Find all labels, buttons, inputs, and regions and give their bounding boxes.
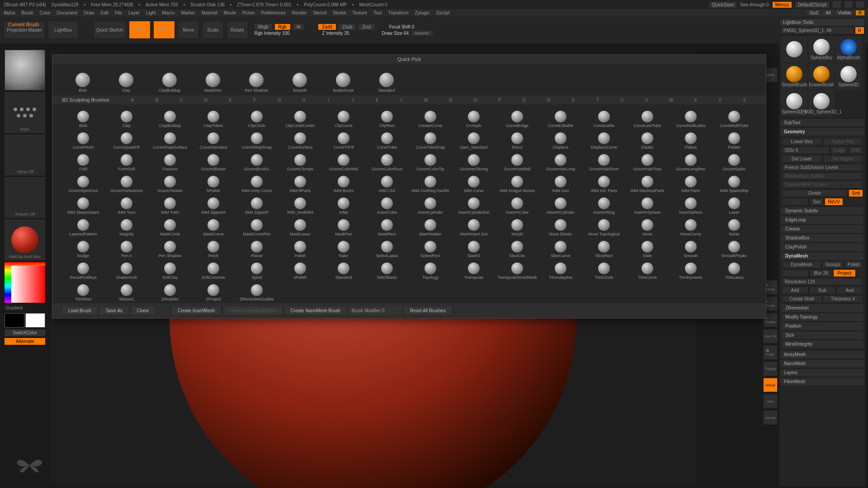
brush-cell[interactable]: IMM Train xyxy=(148,193,192,215)
rgb-button[interactable]: Rgb xyxy=(275,24,290,30)
brush-cell[interactable]: SliceCurve xyxy=(539,236,582,258)
size-accordion[interactable]: Size xyxy=(782,331,863,339)
close-icon[interactable] xyxy=(856,1,864,8)
brush-cell[interactable]: GroomClumps xyxy=(278,150,322,171)
brush-cell[interactable]: Nudge xyxy=(61,236,105,258)
brush-cell[interactable]: Layer xyxy=(712,193,756,215)
lower-res-button[interactable]: Lower Res xyxy=(782,138,822,145)
claypolish-accordion[interactable]: ClayPolish xyxy=(782,243,863,251)
brush-cell[interactable]: InsertCylinder xyxy=(409,193,452,215)
saveas-button[interactable]: Save As xyxy=(99,306,129,315)
brush-cell[interactable]: InsertSphere xyxy=(669,193,712,215)
brush-cell[interactable]: GroomBlower xyxy=(192,150,235,171)
menu-item[interactable]: Preferences xyxy=(261,10,286,15)
alpha-filter[interactable]: G xyxy=(269,98,289,103)
brush-cell[interactable]: MeshInsert Dot xyxy=(452,215,495,236)
move-button[interactable]: Move xyxy=(178,21,199,39)
defaultscript-button[interactable]: DefaultZScript xyxy=(795,2,829,8)
z-intensity-slider[interactable]: Z Intensity 25 xyxy=(322,31,349,36)
brush-cell[interactable]: MaskCurve xyxy=(192,215,235,236)
sdiv-slider[interactable]: SDiv 5 xyxy=(782,146,830,154)
tool-name-field[interactable]: PM3D_Sphere3D_1. 49 xyxy=(780,27,854,34)
alpha-filter[interactable]: J xyxy=(343,98,363,103)
brush-cell[interactable]: CurvePinch xyxy=(61,128,105,150)
menu-item[interactable]: Document xyxy=(57,10,78,15)
brush-cell[interactable]: GroomTurbulence xyxy=(105,171,148,193)
tool-item[interactable]: SimpleBrush xyxy=(781,63,807,89)
brush-cell[interactable]: IMM Ind. Parts xyxy=(582,171,626,193)
draw-size-slider[interactable]: Draw Size 64 xyxy=(382,31,409,36)
brush-cell[interactable]: Smooth xyxy=(669,236,712,258)
brush-cell[interactable]: TrimCircle xyxy=(582,258,626,280)
lightbox-button[interactable]: LightBox xyxy=(48,21,79,39)
alpha-filter[interactable]: B xyxy=(147,98,167,103)
meshintegrity-accordion[interactable]: MeshIntegrity xyxy=(782,340,863,348)
brush-cell[interactable]: Noise xyxy=(712,215,756,236)
add-button[interactable]: Add xyxy=(782,286,808,294)
brush-cell[interactable]: ClipCurve xyxy=(322,106,365,128)
brush-cell[interactable]: Standard xyxy=(322,258,365,280)
brush-cell[interactable]: CreaseCurve xyxy=(409,106,452,128)
brush-cell[interactable]: LayeredPattern xyxy=(61,215,105,236)
brush-cell[interactable]: hPolish xyxy=(192,171,235,193)
brush-slot[interactable]: Brush xyxy=(5,50,45,90)
menu-item[interactable]: Light xyxy=(146,10,156,15)
tool-item[interactable]: Sphere3D xyxy=(835,63,862,89)
project-toggle[interactable]: Project xyxy=(833,269,856,277)
menu-item[interactable]: Alpha xyxy=(4,10,15,15)
brush-cell[interactable]: CurveMultiTube xyxy=(712,106,756,128)
menu-item[interactable]: Brush xyxy=(22,10,33,15)
switchcolor-button[interactable]: SwitchColor xyxy=(5,329,45,336)
brush-cell[interactable]: Weave1 xyxy=(105,280,148,301)
menu-item[interactable]: Material xyxy=(202,10,218,15)
alpha-filter[interactable]: E xyxy=(220,98,240,103)
brush-cell[interactable]: IMM_ModelKit xyxy=(278,193,322,215)
brush-cell[interactable]: Transpose xyxy=(452,258,495,280)
alpha-filter[interactable]: N xyxy=(441,98,461,103)
brush-cell[interactable]: GroomLengthen xyxy=(669,150,712,171)
brush-cell[interactable]: Fracture xyxy=(148,150,192,171)
brush-cell[interactable]: IMM Bricks xyxy=(322,171,365,193)
zadd-button[interactable]: Zadd xyxy=(318,24,336,30)
swatch-black[interactable] xyxy=(5,313,24,328)
brush-cell[interactable]: SmoothPeaks xyxy=(712,236,756,258)
r-button[interactable]: R xyxy=(856,10,864,15)
zremesher-accordion[interactable]: ZRemesher xyxy=(782,304,863,312)
dynamesh-button[interactable]: DynaMesh xyxy=(782,261,821,268)
brush-cell[interactable]: MaskRect xyxy=(365,215,409,236)
brush-cell[interactable]: IMM BParts xyxy=(278,171,322,193)
brush-cell[interactable]: InsertCube xyxy=(365,193,409,215)
brush-cell[interactable]: CurveStrapSnap xyxy=(235,128,278,150)
edgeloop-accordion[interactable]: EdgeLoop xyxy=(782,216,863,224)
brush-cell[interactable]: IMM Toon xyxy=(105,193,148,215)
brush-cell[interactable]: GroomerStrong xyxy=(452,150,495,171)
brush-cell[interactable]: IMM ZipperM xyxy=(192,193,235,215)
dynamic-subdiv-accordion[interactable]: Dynamic Subdiv xyxy=(782,206,863,215)
brush-cell[interactable]: ClayTubes xyxy=(192,106,235,128)
create-shell-button[interactable]: Create Shell xyxy=(782,295,822,303)
menu-item[interactable]: Edit xyxy=(101,10,108,15)
brush-cell[interactable]: Inflat xyxy=(322,193,365,215)
brush-cell[interactable]: SmoothValleys xyxy=(61,258,105,280)
brush-cell[interactable]: MaskCurvePen xyxy=(235,215,278,236)
focal-shift-slider[interactable]: Focal Shift 0 xyxy=(389,24,415,29)
brush-cell[interactable]: SnakeHook xyxy=(105,258,148,280)
zsub-button[interactable]: Zsub xyxy=(339,24,356,30)
brush-cell[interactable]: Move Elastic xyxy=(539,215,582,236)
tool-item[interactable]: PM3D_Sphere3D_1 xyxy=(808,90,835,117)
alpha-filter[interactable]: P xyxy=(490,98,509,103)
convert-bpr-button[interactable]: Convert BPR To Geo xyxy=(782,181,863,188)
brush-cell[interactable]: ClipRect xyxy=(365,106,409,128)
brush-cell[interactable]: Pen Shadow xyxy=(148,236,192,258)
alpha-filter[interactable]: Z xyxy=(735,98,755,103)
brush-cell[interactable]: GroomSpike xyxy=(712,150,756,171)
quicksave-button[interactable]: QuickSave xyxy=(709,2,736,8)
material-slot[interactable]: MatCap Red Wax xyxy=(5,220,45,260)
reset-brushes-button[interactable]: Reset All Brushes xyxy=(403,306,453,315)
brush-cell[interactable]: FormSoft xyxy=(105,150,148,171)
color-picker[interactable] xyxy=(5,262,45,303)
menu-item[interactable]: Zscript xyxy=(436,10,449,15)
alternate-button[interactable]: Alternate xyxy=(5,338,45,345)
load-brush-button[interactable]: Load Brush xyxy=(61,306,98,315)
alpha-filter[interactable]: Q xyxy=(514,98,534,103)
